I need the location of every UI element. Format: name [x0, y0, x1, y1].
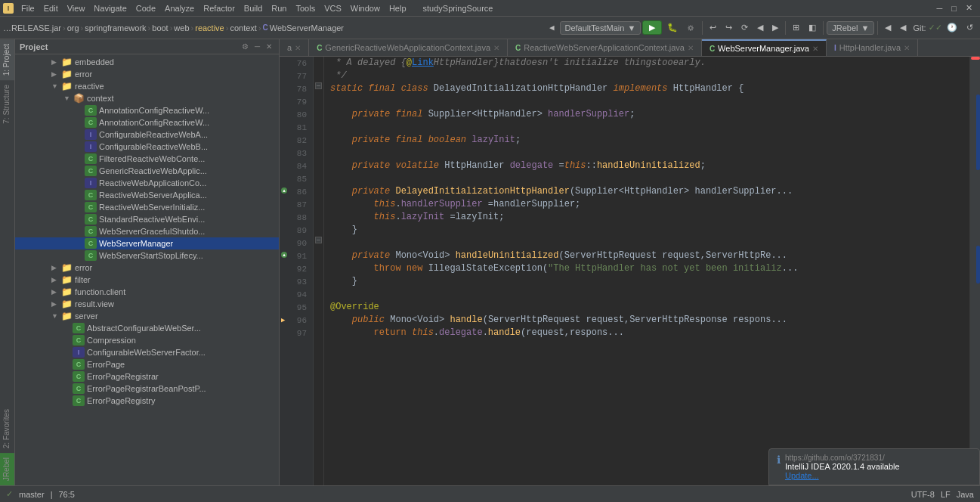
- code-text: DelayedInitializationHttpHandler: [434, 82, 607, 95]
- toolbar-btn-2[interactable]: ↪: [722, 20, 736, 35]
- menu-refactor[interactable]: Refactor: [199, 4, 240, 13]
- tab-close-icon[interactable]: ✕: [493, 44, 499, 52]
- tab-handler[interactable]: I HttpHandler.java ✕: [827, 39, 918, 56]
- tab-a[interactable]: a ✕: [280, 39, 309, 56]
- toolbar-btn-5[interactable]: ▶: [768, 20, 782, 35]
- vtab-structure[interactable]: 7: Structure: [0, 80, 14, 129]
- list-item[interactable]: C ReactiveWebServerApplica...: [15, 189, 279, 201]
- menu-analyze[interactable]: Analyze: [160, 4, 199, 13]
- list-item[interactable]: C FilteredReactiveWebConte...: [15, 153, 279, 165]
- fold-icon[interactable]: ─: [315, 237, 322, 243]
- bc-springframework[interactable]: springframework: [85, 23, 146, 33]
- window-close[interactable]: ✕: [961, 3, 977, 13]
- git-rollback[interactable]: ↺: [963, 20, 977, 35]
- panel-settings[interactable]: ⚙: [240, 42, 251, 51]
- list-item[interactable]: ▶ 📁 embedded: [15, 56, 279, 68]
- menu-window[interactable]: Window: [346, 4, 385, 13]
- toolbar-btn-8[interactable]: ◀: [881, 20, 895, 35]
- tab-close-icon[interactable]: ✕: [295, 44, 301, 52]
- git-history[interactable]: 🕐: [943, 20, 961, 35]
- tab-generic[interactable]: C GenericReactiveWebApplicationContext.j…: [309, 39, 508, 56]
- fold-marker[interactable]: [315, 57, 322, 70]
- panel-collapse[interactable]: ─: [252, 42, 262, 51]
- bc-release[interactable]: …RELEASE.jar: [3, 23, 61, 33]
- list-item[interactable]: I ConfigurableReactiveWebA...: [15, 129, 279, 141]
- menu-help[interactable]: Help: [385, 4, 411, 13]
- toolbar-back[interactable]: ◀: [546, 20, 558, 35]
- bc-boot[interactable]: boot: [152, 23, 168, 33]
- menu-view[interactable]: View: [63, 4, 90, 13]
- list-item[interactable]: C GenericReactiveWebApplic...: [15, 165, 279, 177]
- toolbar-btn-1[interactable]: ↩: [706, 20, 720, 35]
- list-item[interactable]: C ReactiveWebServerInitializ...: [15, 201, 279, 213]
- window-maximize[interactable]: □: [947, 4, 961, 13]
- code-text: ,: [700, 249, 706, 262]
- list-item[interactable]: ▼ 📦 context: [15, 92, 279, 104]
- impl-marker[interactable]: ▲: [281, 187, 287, 194]
- run-config-dropdown[interactable]: DefaultTestMain ▼: [560, 21, 641, 35]
- list-item[interactable]: ▶ 📁 error: [15, 262, 279, 274]
- toolbar-btn-6[interactable]: ⊞: [789, 20, 803, 35]
- bc-reactive[interactable]: reactive: [195, 23, 224, 33]
- code-editor[interactable]: * A delayed {@Link HttpHandler} that doe…: [324, 57, 969, 485]
- menu-run[interactable]: Run: [267, 4, 291, 13]
- bc-web[interactable]: web: [174, 23, 189, 33]
- vtab-project[interactable]: 1: Project: [0, 39, 14, 80]
- jrebel-arrow: ▼: [861, 23, 870, 33]
- list-item[interactable]: C WebServerStartStopLifecy...: [15, 249, 279, 262]
- tab-close-icon[interactable]: ✕: [812, 45, 818, 53]
- vtab-jrebel[interactable]: JRebel: [0, 453, 14, 485]
- list-item[interactable]: C ErrorPageRegistrar: [15, 370, 279, 383]
- list-item[interactable]: ▶ 📁 function.client: [15, 286, 279, 298]
- impl-marker[interactable]: ▲: [281, 252, 287, 258]
- list-item[interactable]: ▶ 📁 result.view: [15, 298, 279, 310]
- list-item[interactable]: C WebServerGracefulShutdo...: [15, 225, 279, 237]
- list-item[interactable]: ▶ 📁 filter: [15, 274, 279, 286]
- tab-webserver[interactable]: C WebServerManager.java ✕: [702, 39, 827, 56]
- list-item[interactable]: ▶ 📁 error: [15, 68, 279, 80]
- list-item[interactable]: I ConfigurableWebServerFactor...: [15, 346, 279, 358]
- debug-button[interactable]: 🐛: [663, 20, 682, 35]
- list-item[interactable]: C WebServerManager: [15, 237, 279, 249]
- list-item[interactable]: C StandardReactiveWebEnvi...: [15, 213, 279, 225]
- list-item[interactable]: ▼ 📁 server: [15, 310, 279, 322]
- list-item[interactable]: ▼ 📁 reactive: [15, 80, 279, 92]
- coverage-button[interactable]: ⛭: [683, 21, 699, 35]
- list-item[interactable]: I ReactiveWebApplicationCo...: [15, 177, 279, 189]
- vtab-favorites[interactable]: 2: Favorites: [0, 404, 14, 453]
- tab-close-icon[interactable]: ✕: [904, 44, 910, 52]
- list-item[interactable]: C ErrorPageRegistry: [15, 395, 279, 407]
- run-marker[interactable]: ▶: [281, 316, 285, 324]
- window-minimize[interactable]: ─: [932, 4, 948, 13]
- bc-org[interactable]: org: [67, 23, 79, 33]
- list-item[interactable]: C Compression: [15, 334, 279, 346]
- jrebel-dropdown[interactable]: JRebel ▼: [827, 21, 874, 35]
- toolbar-btn-7[interactable]: ◧: [805, 20, 820, 35]
- menu-file[interactable]: File: [17, 4, 39, 13]
- tab-close-icon[interactable]: ✕: [688, 44, 694, 52]
- menu-edit[interactable]: Edit: [39, 4, 63, 13]
- toolbar-btn-4[interactable]: ◀: [753, 20, 767, 35]
- list-item[interactable]: I ConfigurableReactiveWebB...: [15, 141, 279, 153]
- toolbar-btn-9[interactable]: ◀: [896, 20, 910, 35]
- panel-close[interactable]: ✕: [264, 42, 274, 51]
- toolbar-btn-3[interactable]: ⟳: [737, 20, 752, 35]
- list-item[interactable]: C ErrorPage: [15, 358, 279, 370]
- fold-icon[interactable]: ─: [315, 82, 322, 89]
- menu-build[interactable]: Build: [240, 4, 267, 13]
- menu-tools[interactable]: Tools: [291, 4, 320, 13]
- menu-code[interactable]: Code: [131, 4, 160, 13]
- menu-navigate[interactable]: Navigate: [89, 4, 131, 13]
- notification-update-link[interactable]: Update...: [785, 471, 819, 480]
- run-button[interactable]: ▶: [642, 20, 662, 35]
- list-item[interactable]: C AnnotationConfigReactiveW...: [15, 104, 279, 116]
- list-item[interactable]: C ErrorPageRegistrarBeanPostP...: [15, 383, 279, 395]
- bc-context[interactable]: context: [230, 23, 256, 33]
- bc-class[interactable]: WebServerManager: [270, 23, 344, 33]
- tree-collapse-arrow: ▶: [51, 288, 60, 296]
- list-item[interactable]: C AbstractConfigurableWebSer...: [15, 322, 279, 334]
- tab-reactive[interactable]: C ReactiveWebServerApplicationContext.ja…: [508, 39, 702, 56]
- status-right: UTF-8 LF Java: [911, 490, 974, 499]
- list-item[interactable]: C AnnotationConfigReactiveW...: [15, 116, 279, 129]
- menu-vcs[interactable]: VCS: [320, 4, 346, 13]
